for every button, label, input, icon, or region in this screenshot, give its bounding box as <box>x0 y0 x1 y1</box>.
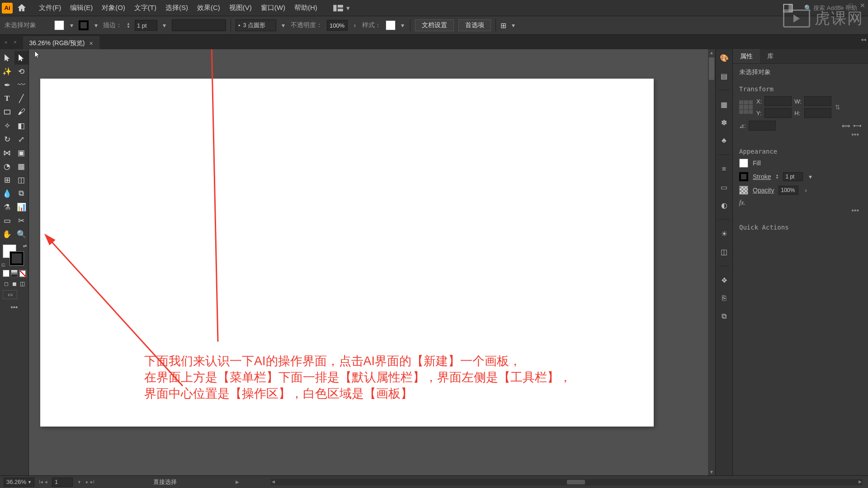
scroll-left-icon[interactable]: ◀ <box>272 479 275 484</box>
shape-builder-tool[interactable]: ◔ <box>0 160 14 173</box>
zoom-tool[interactable]: 🔍 <box>14 227 29 241</box>
hand-tool[interactable]: ✋ <box>0 227 14 241</box>
arrange-docs-icon[interactable] <box>333 3 344 14</box>
eraser-tool[interactable]: ◧ <box>14 119 29 132</box>
link-wh-icon[interactable]: ⇅ <box>835 103 840 111</box>
asset-export-panel-icon[interactable]: ⎘ <box>719 293 729 303</box>
color-mode-solid[interactable] <box>3 270 9 277</box>
magic-wand-tool[interactable]: ✨ <box>0 65 14 78</box>
fill-swatch-panel[interactable] <box>739 159 748 168</box>
next-artboard-icon[interactable]: ▸ <box>86 479 89 485</box>
layers-panel-icon[interactable]: ❖ <box>719 275 729 285</box>
last-artboard-icon[interactable]: ▸I <box>90 479 94 485</box>
appearance-panel-icon[interactable]: ☀ <box>719 229 729 239</box>
draw-normal-icon[interactable]: ◻ <box>3 280 9 287</box>
artboards-panel-icon[interactable]: ⧉ <box>719 311 729 321</box>
draw-behind-icon[interactable]: ◼ <box>11 280 18 287</box>
chevron-down-icon[interactable]: ▾ <box>69 22 74 29</box>
document-tab[interactable]: 36.26% (RGB/预览) × <box>23 37 99 49</box>
flip-h-icon[interactable]: ⟺ <box>842 122 850 129</box>
chevron-down-icon[interactable]: ▾ <box>511 22 516 29</box>
chevron-down-icon[interactable]: ▾ <box>281 22 286 29</box>
menu-effect[interactable]: 效果(C) <box>193 2 225 14</box>
blend-tool[interactable]: ⧉ <box>14 187 29 200</box>
chevron-down-icon[interactable]: ▾ <box>345 4 351 12</box>
x-input[interactable] <box>764 96 792 106</box>
play-icon[interactable]: ▶ <box>236 479 239 484</box>
horizontal-scrollbar[interactable]: ◀ ▶ <box>271 479 863 485</box>
menu-type[interactable]: 文字(T) <box>130 2 161 14</box>
stroke-weight-input[interactable]: 1 pt <box>135 20 157 31</box>
chevron-down-icon[interactable]: ▾ <box>400 22 406 29</box>
opacity-input-panel[interactable]: 100% <box>778 186 798 195</box>
first-artboard-icon[interactable]: I◂ <box>39 479 43 485</box>
tab-properties[interactable]: 属性 <box>733 49 760 63</box>
menu-object[interactable]: 对象(O) <box>97 2 130 14</box>
scroll-up-icon[interactable]: ▲ <box>708 50 715 55</box>
draw-inside-icon[interactable]: ◫ <box>19 280 26 287</box>
more-options-icon[interactable]: ••• <box>739 131 862 139</box>
lasso-tool[interactable]: ⟲ <box>14 65 29 78</box>
scrollbar-thumb[interactable] <box>709 57 714 80</box>
align-icon[interactable]: ⊞ <box>500 21 506 30</box>
reference-point-grid[interactable] <box>739 100 753 114</box>
fill-stroke-control[interactable]: ⇄ ◱ <box>0 243 29 268</box>
artboard-number-input[interactable]: 1 <box>52 478 73 487</box>
fill-swatch[interactable] <box>54 20 64 30</box>
stroke-stepper[interactable]: ▲▼ <box>127 22 130 28</box>
color-mode-none[interactable] <box>19 270 26 277</box>
close-tab-icon[interactable]: × <box>90 40 93 47</box>
scroll-down-icon[interactable]: ▼ <box>708 469 715 474</box>
direct-selection-tool[interactable] <box>14 51 29 65</box>
scroll-right-icon[interactable]: ▶ <box>859 479 862 484</box>
prev-artboard-icon[interactable]: ◂ <box>45 479 47 485</box>
variable-width-profile[interactable] <box>172 19 226 31</box>
stroke-swatch[interactable] <box>79 20 89 30</box>
swap-fill-stroke-icon[interactable]: ⇄ <box>23 244 27 249</box>
perspective-tool[interactable]: ▦ <box>14 160 29 173</box>
line-tool[interactable]: ╱ <box>14 92 29 105</box>
scrollbar-thumb[interactable] <box>567 480 585 484</box>
tab-prev-icon[interactable]: « <box>5 39 7 45</box>
pen-tool[interactable]: ✒ <box>0 78 14 92</box>
width-tool[interactable]: ⋈ <box>0 146 14 160</box>
chevron-right-icon[interactable]: › <box>803 187 808 194</box>
gradient-tool[interactable]: ◫ <box>14 173 29 187</box>
menu-file[interactable]: 文件(F) <box>34 2 66 14</box>
color-mode-gradient[interactable] <box>11 270 18 277</box>
properties-panel-icon[interactable]: ▤ <box>719 71 729 81</box>
stroke-color-icon[interactable] <box>10 252 24 265</box>
symbol-sprayer-tool[interactable]: ⚗ <box>0 200 14 214</box>
chevron-down-icon[interactable]: ▾ <box>807 173 813 180</box>
rotate-tool[interactable]: ↻ <box>0 132 14 146</box>
edit-toolbar-icon[interactable]: ••• <box>0 300 28 311</box>
document-setup-button[interactable]: 文档设置 <box>415 19 454 31</box>
mesh-tool[interactable]: ⊞ <box>0 173 14 187</box>
preferences-button[interactable]: 首选项 <box>458 19 491 31</box>
menu-help[interactable]: 帮助(H) <box>290 2 322 14</box>
collapse-panels-icon[interactable]: ◂◂ <box>861 37 866 42</box>
stroke-swatch-panel[interactable] <box>739 172 748 181</box>
graphic-styles-panel-icon[interactable]: ◫ <box>719 247 729 257</box>
canvas-workspace[interactable]: 下面我们来认识一下AI的操作界面，点击AI界面的【新建】一个画板， 在界面上方是… <box>29 49 715 475</box>
default-fill-stroke-icon[interactable]: ◱ <box>1 263 5 267</box>
h-input[interactable] <box>804 108 831 118</box>
w-input[interactable] <box>804 96 831 106</box>
scale-tool[interactable]: ⤢ <box>14 132 29 146</box>
menu-window[interactable]: 窗口(W) <box>256 2 290 14</box>
type-tool[interactable]: T <box>0 92 14 105</box>
slice-tool[interactable]: ✂ <box>14 214 29 227</box>
symbols-panel-icon[interactable]: ♣ <box>719 136 729 145</box>
opacity-swatch-panel[interactable] <box>739 186 748 195</box>
stroke-stepper-panel[interactable]: ▲▼ <box>775 174 778 179</box>
free-transform-tool[interactable]: ▣ <box>14 146 29 160</box>
vertical-scrollbar[interactable]: ▲ ▼ <box>708 49 715 475</box>
menu-edit[interactable]: 编辑(E) <box>66 2 97 14</box>
zoom-level-select[interactable]: 36.26%▼ <box>4 478 34 487</box>
brush-definition[interactable]: •3 点圆形 <box>236 19 276 31</box>
flip-v-icon[interactable]: ⟷ <box>853 122 862 129</box>
menu-select[interactable]: 选择(S) <box>161 2 193 14</box>
stroke-weight-panel[interactable]: 1 pt <box>783 172 803 181</box>
brushes-panel-icon[interactable]: ✽ <box>719 117 729 127</box>
tab-close-icon[interactable]: × <box>14 39 16 45</box>
